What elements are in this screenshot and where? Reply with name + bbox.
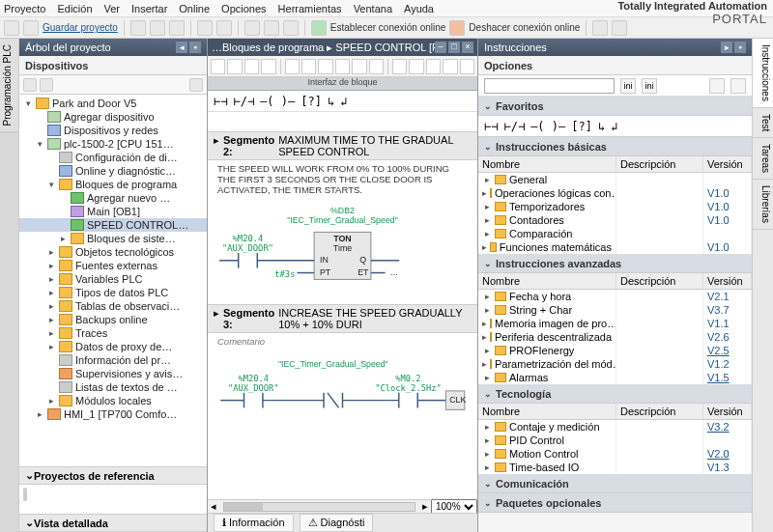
box-icon[interactable]: [?]	[301, 95, 322, 108]
instruction-row[interactable]: ▸Contaje y mediciónV3.2	[478, 420, 752, 434]
branch-close-icon[interactable]: ↲	[340, 95, 347, 108]
side-tab-instrucciones[interactable]: Instrucciones	[753, 39, 773, 108]
editor-tb-icon[interactable]	[244, 59, 259, 74]
tree-item[interactable]: ▸Bloques de siste…	[19, 232, 207, 245]
tree-item[interactable]: ▾Park and Door V5	[19, 97, 207, 110]
instruction-row[interactable]: ▸ContadoresV1.0	[478, 213, 752, 227]
sort-icon[interactable]: ini	[642, 78, 657, 94]
tree-item[interactable]: ▸Traces	[19, 326, 207, 340]
section-header[interactable]: ⌄Paquetes opcionales	[478, 493, 752, 513]
tree-item[interactable]: Online y diagnóstic…	[19, 164, 207, 178]
menu-edición[interactable]: Edición	[57, 3, 92, 14]
tree-item[interactable]: Información del pr…	[19, 353, 207, 367]
instruction-row[interactable]: ▸TemporizadoresV1.0	[478, 200, 752, 213]
fav-contact-no-icon[interactable]: ⊢⊣	[484, 120, 498, 133]
editor-tb-icon[interactable]	[335, 59, 350, 74]
section-header[interactable]: ⌄Tecnología	[478, 384, 752, 404]
pin-icon[interactable]: ▪	[189, 42, 201, 53]
tree-item[interactable]: ▸Variables PLC	[19, 272, 207, 286]
go-offline-icon[interactable]	[449, 20, 465, 36]
menu-online[interactable]: Online	[179, 3, 210, 14]
options-header[interactable]: Opciones	[478, 56, 752, 75]
editor-tb-icon[interactable]	[318, 59, 332, 74]
go-offline-label[interactable]: Deshacer conexión online	[469, 22, 580, 33]
tree-item[interactable]: ▾plc-1500-2 [CPU 151…	[19, 137, 207, 151]
tree-item[interactable]: Agregar dispositivo	[19, 110, 207, 124]
section-header[interactable]: ⌄Instrucciones básicas	[478, 137, 752, 156]
side-tab-librerías[interactable]: Librerías	[753, 180, 773, 230]
tab-devices[interactable]: Dispositivos	[19, 56, 207, 75]
side-tab-test[interactable]: Test	[753, 108, 773, 138]
detail-view-header[interactable]: ⌄Vista detallada	[19, 515, 207, 532]
editor-tb-icon[interactable]	[211, 59, 225, 74]
menu-ayuda[interactable]: Ayuda	[404, 3, 434, 14]
go-online-label[interactable]: Establecer conexión online	[330, 22, 446, 33]
upload-icon[interactable]	[283, 20, 299, 36]
instruction-row[interactable]: ▸AlarmasV1.5	[478, 371, 752, 384]
coil-icon[interactable]: –( )–	[260, 95, 295, 108]
editor-tb-icon[interactable]	[426, 59, 441, 74]
tree-item[interactable]: ▸Tablas de observaci…	[19, 299, 207, 313]
segment-2-network[interactable]: %DB2 "IEC_Timer_Gradual_Speed" TON Time …	[208, 198, 477, 304]
tree-item[interactable]: ▾Bloques de programa	[19, 178, 207, 191]
expand-all-icon[interactable]	[23, 78, 37, 92]
contact-nc-icon[interactable]: ⊢/⊣	[233, 95, 254, 108]
segment-3-network[interactable]: "IEC_Timer_Gradual_Speed" %M20.4 "AUX_DO…	[208, 350, 477, 427]
minimize-icon[interactable]: –	[435, 42, 446, 53]
instruction-row[interactable]: ▸PROFIenergyV2.5	[478, 344, 752, 357]
copy-icon[interactable]	[150, 20, 165, 36]
collapse-right-icon[interactable]: ▸	[721, 42, 732, 53]
tree-settings-icon[interactable]	[189, 78, 203, 92]
side-tab-plc-programming[interactable]: Programación PLC	[0, 39, 18, 132]
instruction-row[interactable]: ▸String + CharV3.7	[478, 303, 752, 317]
section-header[interactable]: ⌄Comunicación	[478, 474, 752, 493]
tree-item[interactable]: ▸HMI_1 [TP700 Comfo…	[19, 407, 207, 421]
instruction-row[interactable]: ▸Motion ControlV2.0	[478, 447, 752, 461]
remove-ref-icon[interactable]	[25, 488, 27, 501]
ladder-editor[interactable]: ▸Segmento 2:MAXIMUM TIME TO THE GRADUAL …	[208, 112, 477, 499]
editor-tb-icon[interactable]	[352, 59, 366, 74]
editor-tb-icon[interactable]	[227, 59, 242, 74]
editor-tb-icon[interactable]	[285, 59, 300, 74]
tree-item[interactable]: Configuración de di…	[19, 151, 207, 164]
instruction-row[interactable]: ▸Comparación	[478, 227, 752, 240]
contact-no-icon[interactable]: ⊢⊣	[214, 95, 227, 108]
pin-right-icon[interactable]: ▪	[734, 42, 746, 53]
tree-item[interactable]: ▸Objetos tecnológicos	[19, 245, 207, 259]
instruction-row[interactable]: ▸Memoria imagen de pro…V1.1	[478, 317, 752, 330]
tree-item[interactable]: Agregar nuevo …	[19, 191, 207, 205]
collapse-all-icon[interactable]	[40, 78, 53, 92]
tree-item[interactable]: SPEED CONTROL…	[19, 218, 207, 232]
block-interface-bar[interactable]: Interfaz de bloque	[208, 77, 477, 91]
segment-2-header[interactable]: ▸Segmento 2:MAXIMUM TIME TO THE GRADUAL …	[208, 131, 477, 160]
fav-coil-icon[interactable]: –( )–	[530, 120, 565, 133]
tree-item[interactable]: Listas de textos de …	[19, 380, 207, 394]
filter-icon[interactable]: ini	[620, 78, 636, 94]
fav-box-icon[interactable]: [?]	[571, 120, 592, 133]
editor-tb-icon[interactable]	[409, 59, 423, 74]
instruction-row[interactable]: ▸PID Control	[478, 434, 752, 447]
instruction-row[interactable]: ▸Funciones matemáticasV1.0	[478, 240, 752, 254]
undo-icon[interactable]	[197, 20, 213, 36]
menu-ver[interactable]: Ver	[104, 3, 121, 14]
maximize-icon[interactable]: □	[448, 42, 460, 53]
instructions-panel[interactable]: ⌄Instrucciones básicasNombreDescripciónV…	[478, 137, 752, 532]
tree-item[interactable]: ▸Módulos locales	[19, 394, 207, 407]
project-tree[interactable]: ▾Park and Door V5Agregar dispositivoDisp…	[19, 95, 207, 466]
tree-item[interactable]: ▸Fuentes externas	[19, 259, 207, 272]
search-icon[interactable]	[592, 20, 608, 36]
editor-scrollbar[interactable]: ◂ ▸ 100%	[208, 499, 477, 513]
instruction-search-input[interactable]	[484, 78, 615, 94]
editor-tb-icon[interactable]	[369, 59, 384, 74]
side-tab-tareas[interactable]: Tareas	[753, 138, 773, 180]
instruction-row[interactable]: ▸Time-based IOV1.3	[478, 461, 752, 474]
section-header[interactable]: ⌄Instrucciones avanzadas	[478, 254, 752, 273]
reference-projects-header[interactable]: ⌄Proyectos de referencia	[19, 467, 207, 485]
redo-icon[interactable]	[216, 20, 232, 36]
menu-opciones[interactable]: Opciones	[221, 3, 266, 14]
new-project-icon[interactable]	[4, 20, 19, 36]
opt-icon[interactable]	[709, 78, 725, 94]
editor-tb-icon[interactable]	[301, 59, 316, 74]
collapse-icon[interactable]: ◂	[176, 42, 187, 53]
favorites-header[interactable]: ⌄Favoritos	[478, 97, 752, 116]
